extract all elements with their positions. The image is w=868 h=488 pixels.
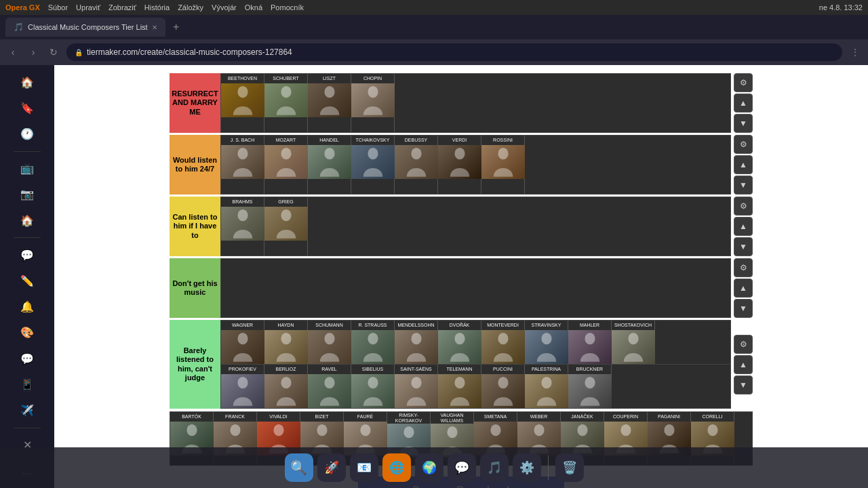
down-btn-b[interactable]: ▼ — [734, 237, 753, 256]
composer-stravinsky[interactable]: STRAVINSKY — [525, 321, 568, 364]
composer-shostakovich[interactable]: SHOSTAKOVICH — [612, 321, 655, 364]
up-btn-b[interactable]: ▲ — [734, 217, 753, 236]
sidebar-messenger[interactable]: 💬 — [15, 347, 39, 370]
forward-button[interactable]: › — [26, 45, 41, 60]
active-tab[interactable]: 🎵 Classical Music Composers Tier List ✕ — [5, 18, 165, 37]
composer-brahms[interactable]: BRAHMS — [221, 197, 264, 256]
svg-point-15 — [324, 333, 334, 344]
tab-close-btn[interactable]: ✕ — [152, 24, 157, 31]
composer-rossini[interactable]: ROSSINI — [481, 136, 525, 194]
sidebar-alert[interactable]: 🔔 — [15, 296, 39, 319]
composer-grieg[interactable]: GRIEG — [264, 197, 308, 256]
composer-berlioz[interactable]: BERLIOZ — [264, 365, 308, 408]
composer-tchaikovsky[interactable]: TCHAIKOVSKY — [351, 136, 395, 194]
sidebar-twitch[interactable]: 📺 — [15, 157, 39, 180]
svg-point-29 — [498, 377, 508, 388]
down-btn-d[interactable]: ▼ — [734, 375, 753, 394]
menu-windows[interactable]: Okná — [245, 3, 262, 12]
up-btn-a[interactable]: ▲ — [734, 155, 753, 174]
composer-bach[interactable]: J. S. BACH — [221, 136, 264, 194]
dock-opera[interactable]: 🌐 — [382, 453, 411, 482]
tier-label-d: Barely listened to him, can't judge — [170, 320, 220, 409]
dock-mail[interactable]: 📧 — [350, 453, 378, 482]
composer-monteverdi[interactable]: MONTEVERDI — [481, 321, 525, 364]
composer-mendelssohn[interactable]: MENDELSSOHN — [395, 321, 438, 364]
composer-palestrina[interactable]: PALESTRINA — [525, 365, 568, 408]
svg-point-37 — [403, 426, 414, 438]
composer-sibelius[interactable]: SIBELIUS — [351, 365, 395, 408]
sidebar-history[interactable]: 🕐 — [15, 122, 39, 145]
sidebar-camera[interactable]: 📷 — [15, 183, 39, 206]
composer-haydn[interactable]: HAYDN — [264, 321, 308, 364]
composer-mahler[interactable]: MAHLER — [568, 321, 612, 364]
svg-point-34 — [273, 424, 283, 436]
sidebar-home[interactable]: 🏠 — [15, 70, 39, 94]
tier-items-c — [220, 258, 731, 318]
sidebar-design[interactable]: 🎨 — [15, 321, 39, 344]
composer-chopin[interactable]: CHOPIN — [351, 74, 395, 132]
composer-saintsaens[interactable]: SAINT-SAËNS — [395, 365, 438, 408]
sidebar-home2[interactable]: 🏠 — [15, 209, 39, 232]
refresh-button[interactable]: ↻ — [46, 45, 61, 60]
composer-bruckner[interactable]: BRUCKNER — [568, 365, 612, 408]
url-bar[interactable]: 🔒 tiermaker.com/create/classical-music-c… — [66, 43, 842, 61]
composer-rstrauss[interactable]: R. STRAUSS — [351, 321, 395, 364]
settings-btn-a[interactable]: ⚙ — [734, 135, 753, 154]
svg-point-30 — [541, 377, 551, 388]
new-tab-button[interactable]: + — [168, 19, 184, 35]
down-btn-a[interactable]: ▼ — [734, 176, 753, 195]
up-btn-c[interactable]: ▲ — [734, 279, 753, 298]
dock-messages[interactable]: 💬 — [448, 453, 476, 482]
svg-point-26 — [368, 377, 378, 388]
settings-btn-d[interactable]: ⚙ — [734, 335, 753, 354]
dock-finder[interactable]: 🔍 — [285, 453, 313, 482]
composer-beethoven[interactable]: BEETHOVEN — [221, 74, 264, 132]
composer-dvorak[interactable]: DVOŘÁK — [438, 321, 481, 364]
mac-topbar: Opera GX Súbor Upraviť Zobraziť História… — [0, 0, 868, 15]
sidebar-bookmarks[interactable]: 🔖 — [15, 96, 39, 119]
settings-btn-c[interactable]: ⚙ — [734, 258, 753, 277]
svg-point-10 — [498, 148, 508, 159]
svg-point-27 — [411, 377, 421, 388]
menu-developer[interactable]: Vývojár — [212, 3, 237, 12]
composer-puccini[interactable]: PUCCINI — [481, 365, 525, 408]
dock-trash[interactable]: 🗑️ — [555, 453, 584, 482]
menu-help[interactable]: Pomocník — [271, 3, 304, 12]
menu-view[interactable]: Zobraziť — [108, 3, 136, 12]
up-btn-s[interactable]: ▲ — [734, 94, 753, 113]
tab-bar: 🎵 Classical Music Composers Tier List ✕ … — [0, 15, 868, 39]
menu-edit[interactable]: Upraviť — [76, 3, 100, 12]
dock-settings[interactable]: ⚙️ — [513, 453, 541, 482]
composer-schumann[interactable]: SCHUMANN — [308, 321, 351, 364]
composer-telemann[interactable]: TELEMANN — [438, 365, 481, 408]
composer-verdi[interactable]: VERDI — [438, 136, 481, 194]
composer-ravel[interactable]: RAVEL — [308, 365, 351, 408]
tier-items-d-row1: WAGNER HAYDN SCHUMANN — [221, 321, 730, 364]
extensions-button[interactable]: ⋮ — [848, 45, 863, 60]
settings-btn-b[interactable]: ⚙ — [734, 197, 753, 216]
sidebar-pencil[interactable]: ✏️ — [15, 269, 39, 292]
back-button[interactable]: ‹ — [5, 45, 20, 60]
composer-debussy[interactable]: DEBUSSY — [395, 136, 438, 194]
menu-file[interactable]: Súbor — [48, 3, 68, 12]
dock-launchpad[interactable]: 🚀 — [317, 453, 346, 482]
composer-schubert[interactable]: SCHUBERT — [264, 74, 308, 132]
settings-btn-s[interactable]: ⚙ — [734, 73, 753, 92]
down-btn-s[interactable]: ▼ — [734, 114, 753, 133]
composer-prokofiev[interactable]: PROKOFIEV — [221, 365, 264, 408]
dock-chrome[interactable]: 🌍 — [415, 453, 443, 482]
sidebar-whatsapp[interactable]: 📱 — [15, 373, 39, 396]
sidebar-chat[interactable]: 💬 — [15, 243, 39, 266]
composer-wagner[interactable]: WAGNER — [221, 321, 264, 364]
down-btn-c[interactable]: ▼ — [734, 299, 753, 318]
composer-handel[interactable]: HANDEL — [308, 136, 351, 194]
composer-liszt[interactable]: LISZT — [308, 74, 351, 132]
dock-music[interactable]: 🎵 — [480, 453, 509, 482]
svg-point-8 — [411, 148, 421, 159]
tab-title: Classical Music Composers Tier List — [28, 23, 148, 31]
composer-mozart[interactable]: MOZART — [264, 136, 308, 194]
menu-history[interactable]: História — [144, 3, 170, 12]
sidebar-telegram[interactable]: ✈️ — [15, 399, 39, 422]
up-btn-d[interactable]: ▲ — [734, 355, 753, 374]
menu-bookmarks[interactable]: Záložky — [178, 3, 203, 12]
